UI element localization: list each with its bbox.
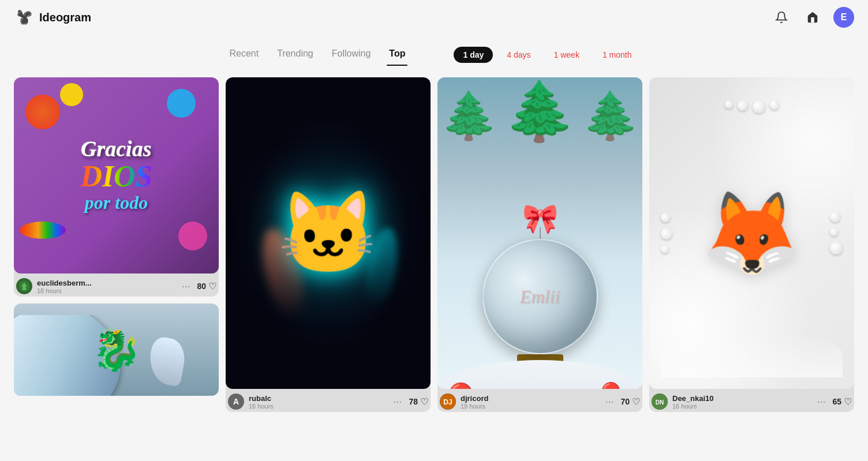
like-count-christmas: 70	[620, 397, 630, 406]
heart-icon-christmas[interactable]: ♡	[632, 396, 640, 407]
home-icon	[806, 11, 819, 24]
more-options-button-cat[interactable]: ···	[392, 395, 403, 409]
card-user-gracias: euclidesberm... 18 hours	[16, 278, 92, 294]
user-time-dee-nkai10: 16 hours	[672, 403, 714, 410]
user-info-djricord: djricord 19 hours	[461, 394, 488, 410]
user-info-dee-nkai10: Dee_nkai10 16 hours	[672, 394, 714, 410]
card-actions-fox: ··· 65 ♡	[815, 395, 852, 409]
like-area-gracias: 80 ♡	[197, 281, 216, 292]
card-dragon: 🐉	[14, 303, 219, 396]
tab-recent[interactable]: Recent	[227, 44, 261, 66]
heart-icon-cat[interactable]: ♡	[420, 396, 428, 407]
gallery-col-3: 🌲 🌲 🌲 🎀 Emlii	[437, 77, 642, 412]
heart-icon-gracias[interactable]: ♡	[208, 281, 216, 292]
like-count-fox: 65	[832, 397, 841, 406]
user-info-rubalc: rubalc 16 hours	[249, 394, 274, 410]
card-image-christmas[interactable]: 🌲 🌲 🌲 🎀 Emlii	[437, 77, 642, 389]
tab-top[interactable]: Top	[387, 44, 407, 66]
header: Ideogram E	[0, 0, 868, 35]
gallery-col-2: 🐱 A rubalc 16 hours ··· 78	[226, 77, 431, 412]
svg-text:DJ: DJ	[443, 398, 452, 406]
notification-button[interactable]	[771, 7, 792, 28]
navigation: Recent Trending Following Top 1 day 4 da…	[0, 35, 868, 66]
card-footer-gracias: euclidesberm... 18 hours ··· 80 ♡	[14, 273, 219, 297]
filter-4days[interactable]: 4 days	[497, 47, 540, 63]
card-fox: 🦊 DN	[649, 77, 854, 412]
time-filters: 1 day 4 days 1 week 1 month	[454, 47, 641, 63]
more-options-button-christmas[interactable]: ···	[604, 395, 615, 409]
tab-trending[interactable]: Trending	[275, 44, 316, 66]
card-user-fox: DN Dee_nkai10 16 hours	[652, 393, 714, 410]
logo[interactable]: Ideogram	[14, 7, 91, 28]
logo-icon	[14, 7, 35, 28]
filter-1day[interactable]: 1 day	[454, 47, 493, 63]
user-avatar-button[interactable]: E	[833, 7, 854, 28]
card-image-fox[interactable]: 🦊	[649, 77, 854, 389]
username-rubalc: rubalc	[249, 394, 274, 403]
user-time-euclidesberm: 18 hours	[37, 287, 92, 294]
logo-text: Ideogram	[39, 11, 91, 24]
dee-avatar-icon: DN	[652, 393, 668, 410]
card-actions-gracias: ··· 80 ♡	[180, 279, 216, 294]
card-christmas: 🌲 🌲 🌲 🎀 Emlii	[437, 77, 642, 412]
home-button[interactable]	[802, 7, 823, 28]
user-info-euclidesberm: euclidesberm... 18 hours	[37, 279, 92, 294]
card-footer-fox: DN Dee_nkai10 16 hours ··· 65 ♡	[649, 389, 854, 412]
user-time-djricord: 19 hours	[461, 403, 488, 410]
like-area-christmas: 70 ♡	[620, 396, 640, 407]
like-count-cat: 78	[409, 397, 418, 406]
user-avatar-djricord: DJ	[440, 393, 456, 410]
user-avatar-rubalc: A	[228, 393, 244, 410]
card-cat: 🐱 A rubalc 16 hours ··· 78	[226, 77, 431, 412]
card-user-cat: A rubalc 16 hours	[228, 393, 274, 410]
gallery-col-4: 🦊 DN	[649, 77, 854, 412]
card-actions-christmas: ··· 70 ♡	[604, 395, 640, 409]
card-user-christmas: DJ djricord 19 hours	[440, 393, 488, 410]
tab-following[interactable]: Following	[330, 44, 373, 66]
like-area-fox: 65 ♡	[832, 396, 852, 407]
card-actions-cat: ··· 78 ♡	[392, 395, 428, 409]
like-count-gracias: 80	[197, 282, 206, 291]
username-euclidesberm: euclidesberm...	[37, 279, 92, 287]
card-footer-christmas: DJ djricord 19 hours ··· 70 ♡	[437, 389, 642, 412]
tree-icon	[18, 280, 31, 293]
djricord-avatar-icon: DJ	[440, 393, 456, 410]
nav-tabs: Recent Trending Following Top	[227, 44, 407, 66]
card-image-gracias[interactable]: Gracias DIOS por todo	[14, 77, 219, 273]
card-image-dragon[interactable]: 🐉	[14, 303, 219, 396]
user-avatar-euclidesberm	[16, 278, 32, 294]
filter-1week[interactable]: 1 week	[545, 47, 589, 63]
username-dee-nkai10: Dee_nkai10	[672, 394, 714, 403]
like-area-cat: 78 ♡	[409, 396, 428, 407]
more-options-button-gracias[interactable]: ···	[180, 279, 191, 294]
filter-1month[interactable]: 1 month	[593, 47, 641, 63]
username-djricord: djricord	[461, 394, 488, 403]
card-footer-cat: A rubalc 16 hours ··· 78 ♡	[226, 389, 431, 412]
gallery: Gracias DIOS por todo euclidesberm... 18…	[0, 66, 868, 423]
user-avatar-dee-nkai10: DN	[652, 393, 668, 410]
svg-text:DN: DN	[656, 399, 664, 406]
card-image-cat[interactable]: 🐱	[226, 77, 431, 389]
card-gracias: Gracias DIOS por todo euclidesberm... 18…	[14, 77, 219, 297]
more-options-button-fox[interactable]: ···	[815, 395, 826, 409]
header-actions: E	[771, 7, 854, 28]
heart-icon-fox[interactable]: ♡	[844, 396, 852, 407]
bell-icon	[775, 11, 788, 24]
gallery-col-1: Gracias DIOS por todo euclidesberm... 18…	[14, 77, 219, 412]
user-time-rubalc: 16 hours	[249, 403, 274, 410]
